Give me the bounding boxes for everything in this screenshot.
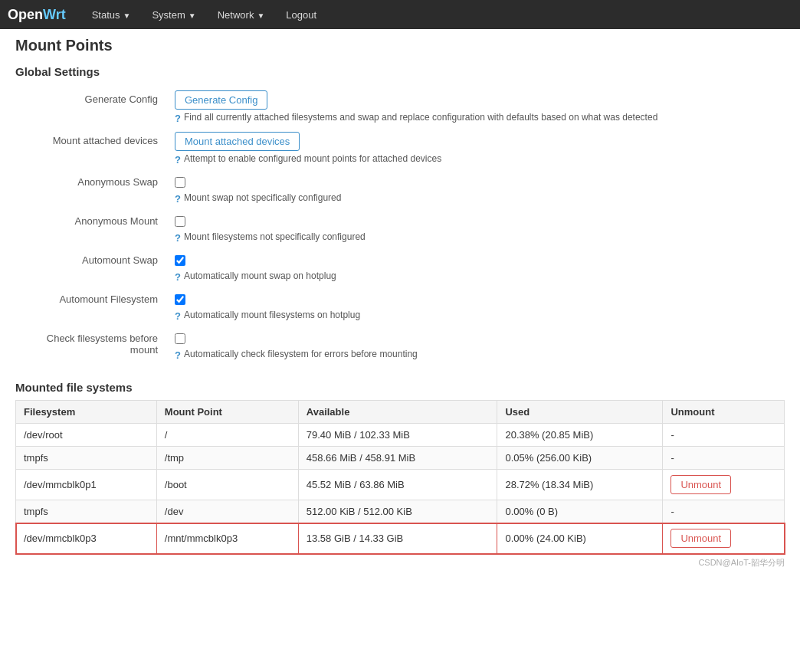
check-fs-help-text: Automatically check filesystem for error… <box>184 349 418 359</box>
fs-cell-unmount: - <box>663 424 785 447</box>
fs-cell-available: 512.00 KiB / 512.00 KiB <box>298 500 497 523</box>
fs-cell-available: 79.40 MiB / 102.33 MiB <box>298 424 497 447</box>
nav-network-label: Network <box>218 9 254 21</box>
mounted-fs-title: Mounted file systems <box>15 381 785 394</box>
nav-system[interactable]: System▼ <box>141 2 206 28</box>
anon-swap-checkbox[interactable] <box>175 177 185 188</box>
generate-config-label: Generate Config <box>15 87 169 129</box>
settings-row-anon-mount: Anonymous Mount ? Mount filesystems not … <box>15 209 785 248</box>
anon-swap-label: Anonymous Swap <box>15 170 169 209</box>
anon-mount-label: Anonymous Mount <box>15 209 169 248</box>
navbar: OpenWrt Status▼ System▼ Network▼ Logout <box>0 0 800 29</box>
fs-cell-unmount: - <box>663 447 785 470</box>
fs-cell-filesystem: /dev/root <box>16 424 157 447</box>
check-fs-checkbox[interactable] <box>175 333 185 344</box>
main-content: Mount Points Global Settings Generate Co… <box>0 29 800 584</box>
fs-table-row: /dev/mmcblk0p3/mnt/mmcblk0p313.58 GiB / … <box>16 523 785 554</box>
fs-cell-available: 45.52 MiB / 63.86 MiB <box>298 470 497 500</box>
col-mount-point: Mount Point <box>156 401 298 424</box>
fs-cell-unmount: - <box>663 500 785 523</box>
generate-config-control: Generate Config ? Find all currently att… <box>169 87 785 129</box>
generate-config-help-text: Find all currently attached filesystems … <box>184 112 657 123</box>
brand: OpenWrt <box>8 7 66 23</box>
fs-cell-used: 0.00% (24.00 KiB) <box>497 523 663 554</box>
settings-row-check-fs: Check filesystems beforemount ? Automati… <box>15 326 785 366</box>
automount-swap-help-text: Automatically mount swap on hotplug <box>184 270 336 281</box>
fs-cell-filesystem: tmpfs <box>16 447 157 470</box>
fs-cell-unmount[interactable]: Unmount <box>663 470 785 500</box>
unmount-button[interactable]: Unmount <box>670 529 731 548</box>
mount-attached-control: Mount attached devices ? Attempt to enab… <box>169 129 785 170</box>
fs-table-header: Filesystem Mount Point Available Used Un… <box>16 401 785 424</box>
automount-swap-help: ? Automatically mount swap on hotplug <box>175 270 779 283</box>
generate-config-help-icon: ? <box>175 113 181 124</box>
anon-swap-help-text: Mount swap not specifically configured <box>184 192 341 203</box>
mount-attached-label: Mount attached devices <box>15 129 169 170</box>
settings-row-anon-swap: Anonymous Swap ? Mount swap not specific… <box>15 170 785 209</box>
check-fs-control: ? Automatically check filesystem for err… <box>169 326 785 366</box>
mount-attached-button[interactable]: Mount attached devices <box>175 132 300 151</box>
fs-cell-mountpoint: /mnt/mmcblk0p3 <box>156 523 298 554</box>
nav-menu: Status▼ System▼ Network▼ Logout <box>81 2 327 28</box>
page-title: Mount Points <box>15 37 785 54</box>
automount-fs-label: Automount Filesystem <box>15 287 169 326</box>
nav-status-label: Status <box>92 9 120 21</box>
brand-open: Open <box>8 7 43 22</box>
watermark: CSDN@AIoT-韶华分明 <box>15 557 785 569</box>
settings-row-generate-config: Generate Config Generate Config ? Find a… <box>15 87 785 129</box>
unmount-button[interactable]: Unmount <box>670 475 731 494</box>
global-settings-title: Global Settings <box>15 65 785 78</box>
fs-cell-available: 458.66 MiB / 458.91 MiB <box>298 447 497 470</box>
check-fs-help: ? Automatically check filesystem for err… <box>175 349 779 361</box>
automount-fs-checkbox[interactable] <box>175 294 185 305</box>
automount-swap-label: Automount Swap <box>15 248 169 287</box>
fs-cell-used: 0.05% (256.00 KiB) <box>497 447 663 470</box>
anon-swap-help: ? Mount swap not specifically configured <box>175 192 779 205</box>
nav-network[interactable]: Network▼ <box>207 2 276 28</box>
anon-swap-control: ? Mount swap not specifically configured <box>169 170 785 209</box>
settings-row-automount-swap: Automount Swap ? Automatically mount swa… <box>15 248 785 287</box>
fs-table-row: tmpfs/tmp458.66 MiB / 458.91 MiB0.05% (2… <box>16 447 785 470</box>
check-fs-help-icon: ? <box>175 349 181 361</box>
col-used: Used <box>497 401 663 424</box>
settings-table: Generate Config Generate Config ? Find a… <box>15 87 785 366</box>
anon-mount-help-text: Mount filesystems not specifically confi… <box>184 231 366 242</box>
col-unmount: Unmount <box>663 401 785 424</box>
fs-cell-mountpoint: /tmp <box>156 447 298 470</box>
fs-cell-unmount[interactable]: Unmount <box>663 523 785 554</box>
automount-fs-help-text: Automatically mount filesystems on hotpl… <box>184 310 360 320</box>
anon-swap-help-icon: ? <box>175 193 181 205</box>
fs-cell-filesystem: /dev/mmcblk0p1 <box>16 470 157 500</box>
fs-cell-available: 13.58 GiB / 14.33 GiB <box>298 523 497 554</box>
anon-mount-help: ? Mount filesystems not specifically con… <box>175 231 779 244</box>
fs-cell-mountpoint: /boot <box>156 470 298 500</box>
anon-mount-checkbox[interactable] <box>175 216 185 227</box>
fs-cell-filesystem: tmpfs <box>16 500 157 523</box>
nav-logout-label: Logout <box>286 9 316 21</box>
automount-swap-checkbox[interactable] <box>175 255 185 266</box>
anon-mount-control: ? Mount filesystems not specifically con… <box>169 209 785 248</box>
fs-table-row: tmpfs/dev512.00 KiB / 512.00 KiB0.00% (0… <box>16 500 785 523</box>
mount-attached-help: ? Attempt to enable configured mount poi… <box>175 153 779 166</box>
automount-swap-control: ? Automatically mount swap on hotplug <box>169 248 785 287</box>
nav-status[interactable]: Status▼ <box>81 2 142 28</box>
fs-cell-used: 20.38% (20.85 MiB) <box>497 424 663 447</box>
fs-table-row: /dev/root/79.40 MiB / 102.33 MiB20.38% (… <box>16 424 785 447</box>
fs-cell-mountpoint: / <box>156 424 298 447</box>
automount-fs-control: ? Automatically mount filesystems on hot… <box>169 287 785 326</box>
automount-fs-help: ? Automatically mount filesystems on hot… <box>175 310 779 322</box>
automount-fs-help-icon: ? <box>175 310 181 322</box>
automount-swap-help-icon: ? <box>175 271 181 283</box>
fs-cell-used: 28.72% (18.34 MiB) <box>497 470 663 500</box>
fs-table: Filesystem Mount Point Available Used Un… <box>15 400 785 554</box>
settings-row-mount-attached: Mount attached devices Mount attached de… <box>15 129 785 170</box>
col-filesystem: Filesystem <box>16 401 157 424</box>
nav-network-arrow: ▼ <box>257 11 264 20</box>
fs-cell-used: 0.00% (0 B) <box>497 500 663 523</box>
fs-cell-filesystem: /dev/mmcblk0p3 <box>16 523 157 554</box>
generate-config-button[interactable]: Generate Config <box>175 90 267 110</box>
nav-status-arrow: ▼ <box>123 11 131 20</box>
nav-logout[interactable]: Logout <box>275 2 327 28</box>
settings-row-automount-fs: Automount Filesystem ? Automatically mou… <box>15 287 785 326</box>
fs-table-row: /dev/mmcblk0p1/boot45.52 MiB / 63.86 MiB… <box>16 470 785 500</box>
